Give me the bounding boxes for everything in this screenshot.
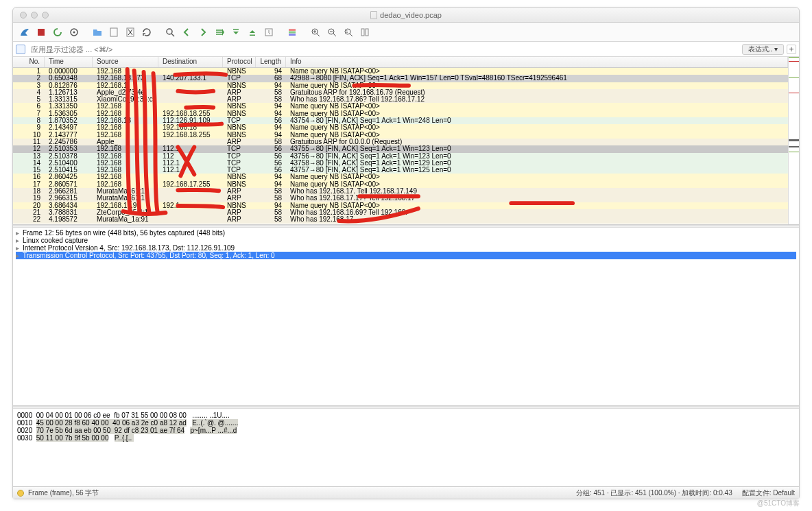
col-header-source[interactable]: Source	[93, 57, 158, 67]
expression-button[interactable]: 表达式.. ▾	[742, 44, 784, 55]
hex-line[interactable]: 0000 00 04 00 01 00 06 c0 ee fb 07 31 55…	[17, 412, 795, 419]
packet-row[interactable]: 122.510353192.168112.1TCP5643755→80 [FIN…	[13, 145, 788, 152]
watermark: @51CTO博客	[757, 499, 800, 508]
svg-rect-6	[233, 29, 239, 30]
packet-row[interactable]: 71.536305192.168192.168.18.255NBNS94Name…	[13, 110, 788, 117]
packet-row[interactable]: 224.198572MurataMa_1a:91ARP58Who has 192…	[13, 216, 788, 223]
svg-rect-11	[289, 34, 296, 36]
add-filter-button[interactable]: +	[787, 45, 796, 54]
display-filter-bar: 表达式.. ▾ +	[13, 42, 799, 57]
stop-capture-button[interactable]	[34, 25, 49, 40]
toolbar: 1	[13, 23, 799, 42]
detail-line[interactable]: ▸Transmission Control Protocol, Src Port…	[16, 252, 796, 259]
svg-rect-0	[38, 29, 45, 36]
document-icon	[370, 11, 377, 19]
col-header-protocol[interactable]: Protocol	[223, 57, 256, 67]
packet-row[interactable]: 132.510378192.168112TCP5643756→80 [FIN, …	[13, 153, 788, 160]
packet-row[interactable]: 112.245786Apple_ARP58Gratuitous ARP for …	[13, 139, 788, 145]
svg-rect-10	[289, 31, 296, 33]
svg-rect-17	[366, 29, 368, 36]
packet-mini-map[interactable]	[788, 57, 799, 224]
status-bar: Frame (frame), 56 字节 分组: 451 · 已显示: 451 …	[13, 486, 799, 499]
save-button[interactable]	[106, 25, 121, 40]
titlebar[interactable]: dedao_video.pcap	[13, 8, 799, 23]
col-header-destination[interactable]: Destination	[158, 57, 223, 67]
packet-list-header[interactable]: No. Time Source Destination Protocol Len…	[13, 57, 788, 68]
status-left-text: Frame (frame), 56 字节	[28, 488, 99, 498]
colorize-button[interactable]	[285, 25, 300, 40]
packet-row[interactable]: 203.686434192.168.17.9192.1NBNS94Name qu…	[13, 202, 788, 209]
packet-row[interactable]: 172.860571192.168192.168.17.255NBNS94Nam…	[13, 181, 788, 188]
hex-line[interactable]: 0010 45 00 00 28 f8 60 40 00 40 06 a3 2e…	[17, 419, 795, 427]
svg-text:1: 1	[346, 29, 348, 34]
packet-details-pane[interactable]: ▸Frame 12: 56 bytes on wire (448 bits), …	[13, 228, 799, 406]
options-button[interactable]	[67, 25, 82, 40]
packet-bytes-pane[interactable]: 0000 00 04 00 01 00 06 c0 ee fb 07 31 55…	[13, 409, 799, 486]
status-profile[interactable]: 配置文件: Default	[742, 488, 795, 498]
svg-rect-16	[361, 29, 364, 36]
resize-columns-button[interactable]	[357, 25, 372, 40]
packet-row[interactable]: 81.870352192.168.18112.126.91.109TCP5643…	[13, 117, 788, 124]
col-header-length[interactable]: Length	[256, 57, 286, 67]
packet-row[interactable]: 51.331315XiaomiCo_95:36:c9ARP58Who has 1…	[13, 96, 788, 103]
packet-row[interactable]: 142.510400192.168112.1TCP5643758→80 [FIN…	[13, 160, 788, 167]
auto-scroll-button[interactable]	[261, 25, 276, 40]
packet-list-body[interactable]: 10.000000192.168NBNS94Name query NB ISAT…	[13, 68, 788, 224]
go-forward-button[interactable]	[195, 25, 211, 40]
col-header-time[interactable]: Time	[45, 57, 93, 67]
col-header-info[interactable]: Info	[286, 57, 788, 67]
minimize-icon[interactable]	[31, 12, 38, 19]
detail-line[interactable]: ▸Internet Protocol Version 4, Src: 192.1…	[16, 244, 796, 252]
window-title: dedao_video.pcap	[13, 11, 799, 19]
app-window: dedao_video.pcap 1 表达式.. ▾ +	[12, 7, 800, 499]
packet-row[interactable]: 152.510415192.168112.1TCP5643757→80 [FIN…	[13, 167, 788, 174]
packet-row[interactable]: 182.966281MurataMa_61:1ARP58Who has 192.…	[13, 188, 788, 195]
svg-rect-9	[289, 29, 296, 31]
svg-rect-3	[110, 28, 117, 36]
status-packet-count: 分组: 451 · 已显示: 451 (100.0%) · 加载时间: 0:0.…	[576, 488, 732, 498]
packet-row[interactable]: 162.860425192.168NBNS94Name query NB ISA…	[13, 174, 788, 180]
zoom-in-button[interactable]	[308, 25, 323, 40]
packet-row[interactable]: 30.812876192.168.1NBNS94Name query NB IS…	[13, 82, 788, 89]
zoom-reset-button[interactable]: 1	[341, 25, 356, 40]
detail-line[interactable]: ▸Frame 12: 56 bytes on wire (448 bits), …	[16, 229, 796, 237]
zoom-icon[interactable]	[42, 12, 49, 19]
packet-row[interactable]: 92.143497192.168192.168.18NBNS94Name que…	[13, 124, 788, 131]
hex-line[interactable]: 0030 50 11 00 7b 9f 5b 00 00 P..{.[..	[17, 434, 795, 442]
bookmark-icon[interactable]	[16, 45, 25, 54]
packet-row[interactable]: 192.966315MurataMa_61:1ARP58Who has 192.…	[13, 195, 788, 202]
close-icon[interactable]	[20, 12, 27, 19]
display-filter-input[interactable]	[28, 43, 739, 56]
col-header-no[interactable]: No.	[13, 57, 45, 67]
packet-row[interactable]: 213.788831ZteCorpo_95:6:1ARP58Who has 19…	[13, 209, 788, 216]
go-first-button[interactable]	[228, 25, 243, 40]
shark-fin-icon[interactable]	[17, 25, 32, 40]
svg-point-2	[73, 31, 75, 33]
restart-capture-button[interactable]	[50, 25, 65, 40]
packet-row[interactable]: 20.650348192.168.18.173140.207.133.1TCP6…	[13, 75, 788, 82]
expert-info-icon[interactable]	[17, 490, 24, 497]
packet-list-pane: No. Time Source Destination Protocol Len…	[13, 57, 799, 225]
find-button[interactable]	[163, 25, 178, 40]
packet-row[interactable]: 10.000000192.168NBNS94Name query NB ISAT…	[13, 68, 788, 75]
go-last-button[interactable]	[245, 25, 260, 40]
packet-row[interactable]: 41.126713Apple_d2:73:4eARP58Gratuitous A…	[13, 89, 788, 96]
go-back-button[interactable]	[179, 25, 194, 40]
packet-row[interactable]: 61.331350192.168NBNS94Name query NB ISAT…	[13, 103, 788, 110]
open-button[interactable]	[90, 25, 105, 40]
svg-rect-7	[250, 34, 255, 36]
zoom-out-button[interactable]	[324, 25, 339, 40]
svg-point-5	[167, 29, 172, 34]
close-file-button[interactable]	[123, 25, 138, 40]
goto-packet-button[interactable]	[212, 25, 227, 40]
packet-row[interactable]: 102.143777192.168192.168.18.255NBNS94Nam…	[13, 132, 788, 139]
reload-button[interactable]	[139, 25, 154, 40]
hex-line[interactable]: 0020 70 7e 5b 6d aa eb 00 50 92 df c8 23…	[17, 427, 795, 434]
detail-line[interactable]: ▸Linux cooked capture	[16, 237, 796, 244]
